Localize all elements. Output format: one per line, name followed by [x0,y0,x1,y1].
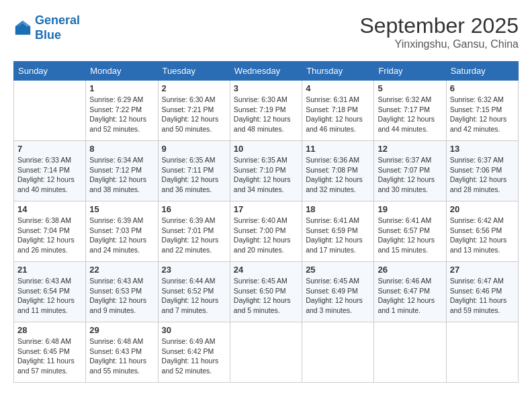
day-number: 29 [89,325,154,335]
logo-line2: Blue [35,28,61,42]
day-number: 26 [378,265,442,275]
day-info: Sunrise: 6:44 AM Sunset: 6:52 PM Dayligh… [162,276,226,316]
calendar-cell: 12Sunrise: 6:37 AM Sunset: 7:07 PM Dayli… [374,141,446,201]
logo-text: General Blue [35,13,80,42]
day-number: 18 [306,204,370,214]
day-number: 28 [17,325,82,335]
weekday-header: Friday [374,62,446,81]
day-info: Sunrise: 6:29 AM Sunset: 7:22 PM Dayligh… [89,95,154,134]
day-number: 27 [450,265,515,275]
day-number: 20 [450,204,515,214]
calendar-cell: 13Sunrise: 6:37 AM Sunset: 7:06 PM Dayli… [446,141,518,201]
day-number: 23 [162,265,226,275]
calendar-week-row: 28Sunrise: 6:48 AM Sunset: 6:45 PM Dayli… [14,322,519,383]
day-number: 5 [378,83,442,93]
weekday-header: Wednesday [230,62,302,81]
calendar-week-row: 1Sunrise: 6:29 AM Sunset: 7:22 PM Daylig… [14,81,519,141]
day-info: Sunrise: 6:30 AM Sunset: 7:19 PM Dayligh… [234,95,298,134]
day-number: 6 [450,83,515,93]
calendar-cell: 24Sunrise: 6:45 AM Sunset: 6:50 PM Dayli… [230,262,302,322]
day-number: 17 [234,204,298,214]
calendar-cell: 29Sunrise: 6:48 AM Sunset: 6:43 PM Dayli… [86,322,158,383]
day-number: 13 [450,144,515,154]
day-info: Sunrise: 6:45 AM Sunset: 6:49 PM Dayligh… [306,276,370,316]
day-number: 24 [234,265,298,275]
weekday-header: Sunday [14,62,86,81]
day-info: Sunrise: 6:34 AM Sunset: 7:12 PM Dayligh… [89,155,154,195]
day-info: Sunrise: 6:35 AM Sunset: 7:10 PM Dayligh… [234,155,298,195]
day-info: Sunrise: 6:43 AM Sunset: 6:53 PM Dayligh… [89,276,154,316]
calendar-cell: 18Sunrise: 6:41 AM Sunset: 6:59 PM Dayli… [302,201,374,262]
day-info: Sunrise: 6:32 AM Sunset: 7:15 PM Dayligh… [450,95,515,134]
weekday-header: Saturday [446,62,518,81]
logo: General Blue [13,13,80,42]
day-info: Sunrise: 6:37 AM Sunset: 7:06 PM Dayligh… [450,155,515,195]
calendar-cell: 2Sunrise: 6:30 AM Sunset: 7:21 PM Daylig… [158,81,230,141]
logo-line1: General [35,13,80,27]
day-number: 21 [17,265,82,275]
day-number: 30 [162,325,226,335]
day-number: 10 [234,144,298,154]
day-info: Sunrise: 6:35 AM Sunset: 7:11 PM Dayligh… [162,155,226,195]
calendar-cell: 9Sunrise: 6:35 AM Sunset: 7:11 PM Daylig… [158,141,230,201]
calendar-cell: 11Sunrise: 6:36 AM Sunset: 7:08 PM Dayli… [302,141,374,201]
calendar-cell: 26Sunrise: 6:46 AM Sunset: 6:47 PM Dayli… [374,262,446,322]
weekday-header: Thursday [302,62,374,81]
day-number: 25 [306,265,370,275]
day-info: Sunrise: 6:32 AM Sunset: 7:17 PM Dayligh… [378,95,442,134]
calendar-cell: 17Sunrise: 6:40 AM Sunset: 7:00 PM Dayli… [230,201,302,262]
logo-icon [13,19,32,38]
day-info: Sunrise: 6:38 AM Sunset: 7:04 PM Dayligh… [17,216,82,255]
day-number: 16 [162,204,226,214]
day-number: 14 [17,204,82,214]
location-title: Yinxingshu, Gansu, China [359,38,519,50]
calendar-cell: 6Sunrise: 6:32 AM Sunset: 7:15 PM Daylig… [446,81,518,141]
calendar-cell: 3Sunrise: 6:30 AM Sunset: 7:19 PM Daylig… [230,81,302,141]
day-number: 7 [17,144,82,154]
calendar-cell: 19Sunrise: 6:41 AM Sunset: 6:57 PM Dayli… [374,201,446,262]
day-info: Sunrise: 6:49 AM Sunset: 6:42 PM Dayligh… [162,336,226,376]
calendar-cell: 25Sunrise: 6:45 AM Sunset: 6:49 PM Dayli… [302,262,374,322]
day-number: 4 [306,83,370,93]
calendar-cell: 14Sunrise: 6:38 AM Sunset: 7:04 PM Dayli… [14,201,86,262]
day-info: Sunrise: 6:48 AM Sunset: 6:45 PM Dayligh… [17,336,82,376]
day-info: Sunrise: 6:47 AM Sunset: 6:46 PM Dayligh… [450,276,515,316]
day-info: Sunrise: 6:33 AM Sunset: 7:14 PM Dayligh… [17,155,82,195]
calendar-cell: 28Sunrise: 6:48 AM Sunset: 6:45 PM Dayli… [14,322,86,383]
calendar-cell: 30Sunrise: 6:49 AM Sunset: 6:42 PM Dayli… [158,322,230,383]
day-info: Sunrise: 6:43 AM Sunset: 6:54 PM Dayligh… [17,276,82,316]
day-number: 15 [89,204,154,214]
calendar-cell: 5Sunrise: 6:32 AM Sunset: 7:17 PM Daylig… [374,81,446,141]
weekday-header: Monday [86,62,158,81]
calendar-cell: 16Sunrise: 6:39 AM Sunset: 7:01 PM Dayli… [158,201,230,262]
calendar-cell: 1Sunrise: 6:29 AM Sunset: 7:22 PM Daylig… [86,81,158,141]
day-info: Sunrise: 6:31 AM Sunset: 7:18 PM Dayligh… [306,95,370,134]
day-number: 12 [378,144,442,154]
calendar-cell [302,322,374,383]
calendar-cell: 8Sunrise: 6:34 AM Sunset: 7:12 PM Daylig… [86,141,158,201]
calendar-cell: 15Sunrise: 6:39 AM Sunset: 7:03 PM Dayli… [86,201,158,262]
calendar-week-row: 21Sunrise: 6:43 AM Sunset: 6:54 PM Dayli… [14,262,519,322]
day-number: 11 [306,144,370,154]
page-header: General Blue September 2025 Yinxingshu, … [13,13,519,50]
day-info: Sunrise: 6:48 AM Sunset: 6:43 PM Dayligh… [89,336,154,376]
calendar-cell: 7Sunrise: 6:33 AM Sunset: 7:14 PM Daylig… [14,141,86,201]
day-info: Sunrise: 6:41 AM Sunset: 6:57 PM Dayligh… [378,216,442,255]
weekday-header: Tuesday [158,62,230,81]
calendar-cell: 23Sunrise: 6:44 AM Sunset: 6:52 PM Dayli… [158,262,230,322]
calendar-cell [446,322,518,383]
calendar-cell: 20Sunrise: 6:42 AM Sunset: 6:56 PM Dayli… [446,201,518,262]
calendar-cell: 21Sunrise: 6:43 AM Sunset: 6:54 PM Dayli… [14,262,86,322]
day-info: Sunrise: 6:37 AM Sunset: 7:07 PM Dayligh… [378,155,442,195]
calendar-header: SundayMondayTuesdayWednesdayThursdayFrid… [14,62,519,81]
day-number: 22 [89,265,154,275]
calendar-cell: 22Sunrise: 6:43 AM Sunset: 6:53 PM Dayli… [86,262,158,322]
weekday-row: SundayMondayTuesdayWednesdayThursdayFrid… [14,62,519,81]
calendar-table: SundayMondayTuesdayWednesdayThursdayFrid… [13,61,519,383]
day-number: 2 [162,83,226,93]
day-info: Sunrise: 6:36 AM Sunset: 7:08 PM Dayligh… [306,155,370,195]
day-info: Sunrise: 6:30 AM Sunset: 7:21 PM Dayligh… [162,95,226,134]
day-info: Sunrise: 6:45 AM Sunset: 6:50 PM Dayligh… [234,276,298,316]
day-info: Sunrise: 6:46 AM Sunset: 6:47 PM Dayligh… [378,276,442,316]
day-number: 1 [89,83,154,93]
